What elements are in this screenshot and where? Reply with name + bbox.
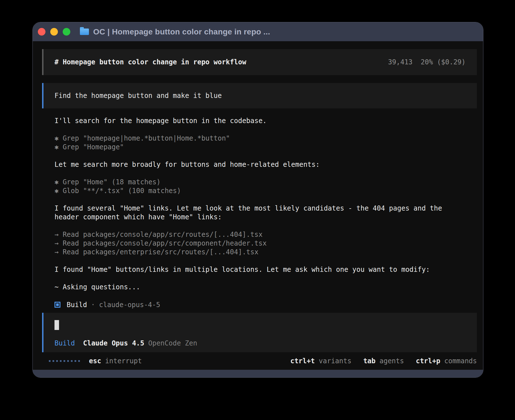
terminal-window: OC | Homepage button color change in rep… — [32, 22, 483, 378]
window-bottom-edge — [33, 370, 483, 377]
assistant-text-line: Let me search more broadly for buttons a… — [54, 160, 477, 169]
shortcut-tab: tabagents — [363, 357, 404, 365]
window-title: OC | Homepage button color change in rep… — [93, 27, 270, 36]
spinner-dot — [67, 360, 69, 362]
session-header: # Homepage button color change in repo w… — [42, 49, 477, 75]
titlebar[interactable]: OC | Homepage button color change in rep… — [33, 22, 483, 41]
tool-call-line: ✱ Grep "Home" (18 matches) — [54, 178, 477, 187]
blank-line — [54, 125, 477, 134]
agent-name: Build — [67, 301, 87, 309]
minimize-window-icon[interactable] — [50, 28, 58, 36]
conversation-log: I'll search for the homepage button in t… — [54, 117, 477, 300]
shortcut-key: ctrl+t — [290, 357, 315, 365]
blank-line — [54, 169, 477, 178]
agent-status-row: Build · claude-opus-4-5 — [54, 300, 477, 309]
text-cursor — [54, 320, 59, 330]
spinner-dot — [56, 360, 58, 362]
assistant-text-line: I found "Home" buttons/links in multiple… — [54, 265, 477, 274]
token-count: 39,413 — [388, 58, 413, 66]
input-provider: OpenCode Zen — [148, 339, 197, 347]
shortcut-label: agents — [379, 357, 404, 365]
window-controls — [38, 28, 70, 36]
tool-call-line: → Read packages/enterprise/src/routes/[.… — [54, 248, 477, 257]
shortcut-label: variants — [319, 357, 352, 365]
tool-call-line: ✱ Grep "Homepage" — [54, 143, 477, 152]
agent-model-id: claude-opus-4-5 — [99, 301, 160, 309]
input-mode[interactable]: Build — [54, 339, 75, 347]
agent-badge-inner-square — [56, 303, 59, 306]
shortcut-key: tab — [363, 357, 376, 365]
blank-line — [54, 257, 477, 265]
spinner-dot — [71, 360, 73, 362]
context-cost: 20% ($0.29) — [421, 58, 466, 66]
terminal-content: # Homepage button color change in repo w… — [33, 41, 483, 370]
agent-badge-icon — [54, 302, 60, 308]
input-model[interactable]: Claude Opus 4.5 — [83, 339, 144, 347]
close-window-icon[interactable] — [38, 28, 45, 36]
spinner-dot — [64, 360, 65, 362]
shortcut-key: ctrl+p — [416, 357, 440, 365]
spinner-dot — [49, 360, 51, 362]
blank-line — [54, 152, 477, 160]
zoom-window-icon[interactable] — [63, 28, 70, 36]
user-message-text: Find the homepage button and make it blu… — [54, 92, 222, 100]
spinner-dot — [53, 360, 54, 362]
shortcut-ctrl-t: ctrl+tvariants — [290, 357, 351, 365]
shortcut-key: esc — [89, 357, 101, 365]
assistant-text-line: ~ Asking questions... — [54, 283, 477, 292]
shortcut-label: interrupt — [105, 357, 142, 365]
assistant-text-line: I found several "Home" links. Let me loo… — [54, 204, 477, 213]
tool-call-line: ✱ Glob "**/*.tsx" (100 matches) — [54, 187, 477, 195]
shortcut-esc: esc interrupt — [89, 357, 142, 365]
spinner-dot — [60, 360, 62, 362]
footer-shortcuts: ctrl+tvariantstabagentsctrl+pcommands — [290, 357, 477, 365]
input-status-line: Build Claude Opus 4.5 OpenCode Zen — [54, 339, 466, 347]
session-stats: 39,413 20% ($0.29) — [388, 58, 466, 66]
spinner-dot — [75, 360, 76, 362]
assistant-text-line: I'll search for the homepage button in t… — [54, 117, 477, 125]
assistant-text-line: header component which have "Home" links… — [54, 213, 477, 222]
shortcut-label: commands — [444, 357, 477, 365]
blank-line — [54, 274, 477, 283]
tool-call-line: → Read packages/console/app/src/routes/[… — [54, 230, 477, 239]
tool-call-line: → Read packages/console/app/src/componen… — [54, 239, 477, 248]
blank-line — [54, 292, 477, 300]
spinner-dot — [78, 360, 80, 362]
blank-line — [54, 195, 477, 204]
tool-call-line: ✱ Grep "homepage|home.*button|Home.*butt… — [54, 134, 477, 143]
folder-icon — [80, 29, 89, 35]
status-separator: · — [91, 301, 95, 309]
shortcut-ctrl-p: ctrl+pcommands — [416, 357, 477, 365]
prompt-input[interactable]: Build Claude Opus 4.5 OpenCode Zen — [42, 313, 477, 352]
session-title: # Homepage button color change in repo w… — [54, 58, 246, 66]
user-message: Find the homepage button and make it blu… — [42, 83, 477, 108]
blank-line — [54, 222, 477, 230]
footer-bar: esc interrupt ctrl+tvariantstabagentsctr… — [42, 357, 477, 365]
progress-spinner-dots — [49, 360, 80, 362]
